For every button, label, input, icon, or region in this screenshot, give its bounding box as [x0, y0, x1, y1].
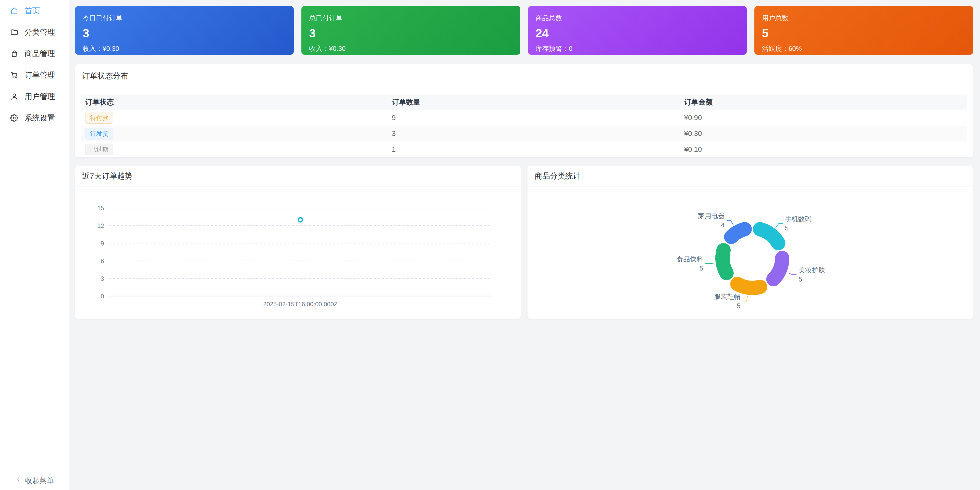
sidebar-item-label: 用户管理 — [24, 91, 55, 102]
stat-card-total-paid-orders: 总已付订单 3 收入：¥0.30 — [301, 6, 520, 55]
order-amount-cell: ¥0.90 — [680, 114, 967, 122]
stat-card-subtitle: 活跃度：60% — [762, 44, 966, 53]
sidebar-item-products[interactable]: 商品管理 — [0, 43, 68, 64]
donut-slice — [760, 229, 778, 243]
column-header-count: 订单数量 — [388, 97, 680, 107]
donut-label-name: 服装鞋帽 — [714, 293, 741, 300]
stat-card-subtitle: 收入：¥0.30 — [309, 44, 512, 53]
order-count-cell: 3 — [388, 129, 680, 138]
order-status-panel-title: 订单状态分布 — [75, 64, 973, 87]
user-icon — [10, 93, 18, 101]
status-badge: 待发货 — [85, 128, 113, 139]
gear-icon — [10, 114, 18, 122]
stat-card-value: 3 — [309, 26, 512, 40]
svg-text:6: 6 — [101, 257, 104, 264]
stat-card-total-products: 商品总数 24 库存预警：0 — [528, 6, 747, 55]
charts-row: 近7天订单趋势 151296302025-02-15T16:00:00.000Z… — [75, 166, 973, 319]
home-icon — [10, 6, 18, 15]
collapse-menu-label: 收起菜单 — [25, 476, 54, 486]
cart-icon — [10, 71, 18, 79]
sidebar-item-label: 订单管理 — [24, 70, 55, 80]
shopping-bag-icon — [10, 49, 18, 58]
stat-card-title: 总已付订单 — [309, 14, 512, 23]
sidebar-item-home[interactable]: 首页 — [0, 0, 68, 21]
donut-label-name: 家用电器 — [698, 212, 724, 220]
donut-slice — [737, 284, 760, 288]
sidebar-item-label: 商品管理 — [24, 48, 55, 59]
order-status-table: 订单状态 订单数量 订单金额 待付款 9 ¥0.90 待发货 3 ¥0.30 — [81, 94, 967, 157]
order-status-panel: 订单状态分布 订单状态 订单数量 订单金额 待付款 9 ¥0.90 待发货 3 — [75, 64, 973, 157]
order-trend-panel: 近7天订单趋势 151296302025-02-15T16:00:00.000Z — [75, 166, 520, 319]
stat-card-value: 3 — [83, 26, 286, 40]
trend-data-point — [298, 218, 302, 222]
status-badge: 待付款 — [85, 112, 113, 124]
donut-label-name: 食品饮料 — [676, 255, 703, 263]
donut-slice — [731, 229, 745, 237]
svg-text:3: 3 — [101, 275, 104, 282]
sidebar-item-orders[interactable]: 订单管理 — [0, 64, 68, 86]
stat-card-value: 5 — [762, 26, 966, 40]
column-header-status: 订单状态 — [81, 97, 388, 107]
stat-card-value: 24 — [536, 26, 739, 40]
svg-text:2025-02-15T16:00:00.000Z: 2025-02-15T16:00:00.000Z — [263, 301, 338, 308]
sidebar-menu: 首页 分类管理 商品管理 订单管理 — [0, 0, 68, 471]
table-body: 待付款 9 ¥0.90 待发货 3 ¥0.30 已过期 1 ¥0.10 — [81, 110, 967, 157]
svg-text:0: 0 — [101, 293, 104, 300]
stat-cards-row: 今日已付订单 3 收入：¥0.30 总已付订单 3 收入：¥0.30 商品总数 … — [75, 6, 973, 55]
stat-card-subtitle: 库存预警：0 — [536, 44, 739, 53]
status-badge: 已过期 — [85, 144, 113, 155]
stat-card-title: 商品总数 — [536, 14, 739, 23]
table-header-row: 订单状态 订单数量 订单金额 — [81, 94, 967, 110]
order-count-cell: 1 — [388, 145, 680, 153]
order-trend-panel-title: 近7天订单趋势 — [75, 166, 520, 187]
category-stats-panel-title: 商品分类统计 — [528, 166, 973, 187]
column-header-amount: 订单金额 — [680, 97, 967, 107]
sidebar-item-label: 系统设置 — [24, 113, 55, 123]
stat-card-total-users: 用户总数 5 活跃度：60% — [754, 6, 973, 55]
svg-text:15: 15 — [97, 204, 104, 212]
category-donut-chart: 手机数码5美妆护肤5服装鞋帽5食品饮料5家用电器4 — [528, 187, 973, 318]
sidebar-item-users[interactable]: 用户管理 — [0, 86, 68, 107]
stat-card-subtitle: 收入：¥0.30 — [83, 44, 286, 53]
collapse-menu-button[interactable]: 收起菜单 — [0, 471, 68, 490]
table-row: 待付款 9 ¥0.90 — [81, 110, 967, 126]
sidebar: 首页 分类管理 商品管理 订单管理 — [0, 0, 69, 490]
chevron-left-icon — [15, 476, 22, 485]
sidebar-item-categories[interactable]: 分类管理 — [0, 21, 68, 43]
sidebar-item-label: 分类管理 — [24, 27, 55, 38]
stat-card-title: 今日已付订单 — [83, 14, 286, 23]
donut-slice — [773, 258, 782, 279]
table-row: 待发货 3 ¥0.30 — [81, 126, 967, 142]
sidebar-item-settings[interactable]: 系统设置 — [0, 107, 68, 129]
folder-icon — [10, 28, 18, 36]
category-stats-panel: 商品分类统计 手机数码5美妆护肤5服装鞋帽5食品饮料5家用电器4 — [528, 166, 973, 319]
donut-label-value: 5 — [799, 275, 802, 283]
donut-label-value: 4 — [721, 221, 724, 229]
donut-label-name: 美妆护肤 — [799, 266, 825, 274]
donut-label-value: 5 — [785, 224, 788, 232]
donut-label-value: 5 — [700, 264, 703, 272]
table-row: 已过期 1 ¥0.10 — [81, 142, 967, 157]
order-count-cell: 9 — [388, 114, 680, 122]
donut-slice — [722, 251, 727, 273]
order-amount-cell: ¥0.30 — [680, 129, 967, 138]
svg-text:9: 9 — [101, 240, 104, 247]
stat-card-today-paid-orders: 今日已付订单 3 收入：¥0.30 — [75, 6, 294, 55]
dashboard-root: 首页 分类管理 商品管理 订单管理 — [0, 0, 980, 490]
sidebar-item-label: 首页 — [24, 6, 40, 16]
svg-text:12: 12 — [97, 222, 104, 229]
order-amount-cell: ¥0.10 — [680, 145, 967, 153]
donut-label-value: 5 — [737, 302, 740, 310]
stat-card-title: 用户总数 — [762, 14, 966, 23]
main-content: 今日已付订单 3 收入：¥0.30 总已付订单 3 收入：¥0.30 商品总数 … — [69, 0, 980, 490]
donut-label-name: 手机数码 — [785, 215, 811, 223]
order-trend-line-chart: 151296302025-02-15T16:00:00.000Z — [75, 187, 520, 318]
